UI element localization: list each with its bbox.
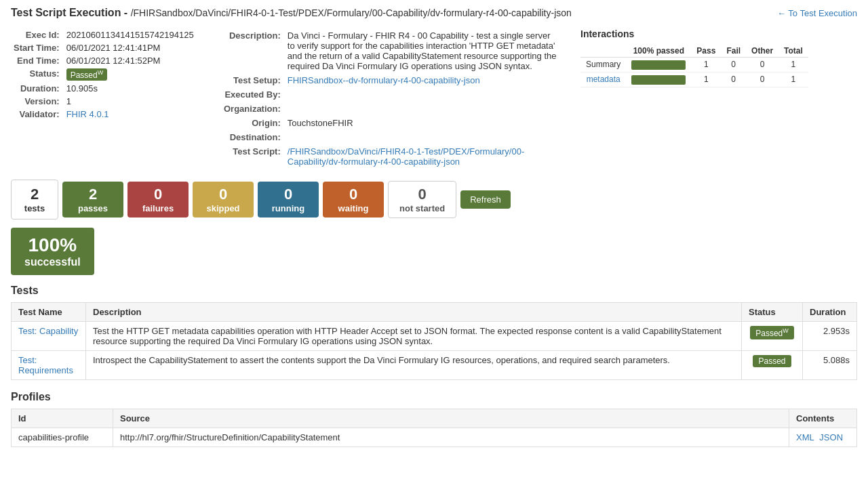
passes-num: 2 xyxy=(73,186,113,203)
col-description: Description xyxy=(86,303,742,322)
interactions-total: 1 xyxy=(778,58,808,72)
interactions-row: Summary 1 0 0 1 xyxy=(580,58,808,72)
profiles-row: capabilities-profile http://hl7.org/fhir… xyxy=(12,428,857,447)
interactions-fail: 0 xyxy=(721,58,746,72)
interactions-col-other: Other xyxy=(746,45,778,58)
interactions-title: Interactions xyxy=(580,28,808,39)
tests-table: Test Name Description Status Duration Te… xyxy=(11,302,857,380)
exec-id-label: Exec Id: xyxy=(11,28,64,41)
refresh-button[interactable]: Refresh xyxy=(460,190,511,209)
exec-metadata: Exec Id: 20210601134141515742194125 Star… xyxy=(11,28,201,169)
origin-label: Origin: xyxy=(221,116,285,130)
status-badge: PassedW xyxy=(66,68,108,81)
destination-value xyxy=(285,130,560,144)
interactions-fail: 0 xyxy=(721,72,746,87)
not-started-label: not started xyxy=(399,203,445,213)
test-duration-cell: 2.953s xyxy=(803,322,857,351)
interactions-other: 0 xyxy=(746,72,778,87)
interactions-total: 1 xyxy=(778,72,808,87)
title-path: /FHIRSandbox/DaVinci/FHIR4-0-1-Test/PDEX… xyxy=(131,7,572,18)
xml-link[interactable]: XML xyxy=(796,432,814,442)
skipped-label: skipped xyxy=(206,203,239,213)
success-label: successful xyxy=(24,256,81,268)
success-pct: 100% xyxy=(24,234,81,256)
test-description-cell: Introspect the CapabilityStatement to as… xyxy=(86,351,742,380)
desc-label: Description: xyxy=(221,28,285,73)
duration-value: 10.905s xyxy=(64,82,197,95)
col-source: Source xyxy=(113,409,789,428)
test-name-cell: Test: Requirements xyxy=(12,351,86,380)
test-status-cell: Passed xyxy=(742,351,803,380)
status-value: PassedW xyxy=(64,67,197,82)
interactions-pass: 1 xyxy=(691,72,721,87)
interactions-row-label: Summary xyxy=(580,58,626,72)
validator-link[interactable]: FHIR 4.0.1 xyxy=(66,109,109,119)
success-box: 100% successful xyxy=(11,228,94,275)
test-status-badge: Passed xyxy=(753,355,791,367)
test-setup-link[interactable]: FHIRSandbox--dv-formulary-r4-00-capabili… xyxy=(288,75,480,85)
col-test-name: Test Name xyxy=(12,303,86,322)
test-name-link[interactable]: Test: Requirements xyxy=(18,355,73,375)
profile-source: http://hl7.org/fhir/StructureDefinition/… xyxy=(113,428,789,447)
test-name-cell: Test: Capability xyxy=(12,322,86,351)
failures-label: failures xyxy=(142,203,174,213)
interactions-other: 0 xyxy=(746,58,778,72)
stats-row: 2 tests 2 passes 0 failures 0 skipped 0 … xyxy=(11,180,857,220)
waiting-num: 0 xyxy=(334,186,373,203)
origin-value: TouchstoneFHIR xyxy=(285,116,560,130)
interactions-col-fail: Fail xyxy=(721,45,746,58)
test-script-link[interactable]: /FHIRSandbox/DaVinci/FHIR4-0-1-Test/PDEX… xyxy=(288,146,524,167)
success-container: 100% successful xyxy=(11,228,857,275)
back-link[interactable]: ← To Test Execution xyxy=(777,8,857,18)
stat-not-started: 0 not started xyxy=(388,181,456,218)
validator-value: FHIR 4.0.1 xyxy=(64,108,197,121)
progress-fill xyxy=(631,60,686,70)
test-name-link[interactable]: Test: Capability xyxy=(18,326,78,336)
col-contents: Contents xyxy=(789,409,857,428)
test-setup-value: FHIRSandbox--dv-formulary-r4-00-capabili… xyxy=(285,73,560,87)
org-label: Organization: xyxy=(221,102,285,116)
running-num: 0 xyxy=(269,186,308,203)
col-status: Status xyxy=(742,303,803,322)
progress-bar xyxy=(631,60,686,70)
profiles-section: Profiles Id Source Contents capabilities… xyxy=(11,391,857,447)
not-started-num: 0 xyxy=(399,186,445,203)
interactions-section: Interactions 100% passed Pass Fail Other… xyxy=(580,28,808,169)
interactions-col-pass: Pass xyxy=(691,45,721,58)
validator-label: Validator: xyxy=(11,108,64,121)
table-row: Test: Capability Test the HTTP GET metad… xyxy=(12,322,857,351)
test-status-cell: PassedW xyxy=(742,322,803,351)
tests-section: Tests Test Name Description Status Durat… xyxy=(11,285,857,380)
stat-tests: 2 tests xyxy=(11,180,58,220)
table-row: Test: Requirements Introspect the Capabi… xyxy=(12,351,857,380)
stat-waiting: 0 waiting xyxy=(323,182,384,217)
interactions-col-label xyxy=(580,45,626,58)
waiting-label: waiting xyxy=(338,203,369,213)
page-title: Test Script Execution - /FHIRSandbox/DaV… xyxy=(11,7,572,19)
interactions-progress xyxy=(626,58,691,72)
tests-num: 2 xyxy=(22,186,47,203)
interactions-row-label[interactable]: metadata xyxy=(580,72,626,87)
test-script-label: Test Script: xyxy=(221,144,285,169)
running-label: running xyxy=(272,203,304,213)
end-time-value: 06/01/2021 12:41:52PM xyxy=(64,54,197,67)
interactions-col-100passed: 100% passed xyxy=(626,45,691,58)
test-duration-cell: 5.088s xyxy=(803,351,857,380)
passes-label: passes xyxy=(78,203,108,213)
interactions-table: 100% passed Pass Fail Other Total Summar… xyxy=(580,45,808,87)
test-status-badge: PassedW xyxy=(750,326,794,339)
stat-running: 0 running xyxy=(258,182,319,217)
duration-label: Duration: xyxy=(11,82,64,95)
start-time-label: Start Time: xyxy=(11,41,64,54)
test-description-cell: Test the HTTP GET metadata capabilities … xyxy=(86,322,742,351)
json-link[interactable]: JSON xyxy=(819,432,843,442)
interactions-link[interactable]: metadata xyxy=(587,75,620,84)
meta-section: Exec Id: 20210601134141515742194125 Star… xyxy=(11,28,857,169)
title-prefix: Test Script Execution - xyxy=(11,7,127,18)
stat-passes: 2 passes xyxy=(62,182,123,217)
interactions-progress xyxy=(626,72,691,87)
profile-id: capabilities-profile xyxy=(12,428,113,447)
col-id: Id xyxy=(12,409,113,428)
progress-bar xyxy=(631,75,686,85)
start-time-value: 06/01/2021 12:41:41PM xyxy=(64,41,197,54)
